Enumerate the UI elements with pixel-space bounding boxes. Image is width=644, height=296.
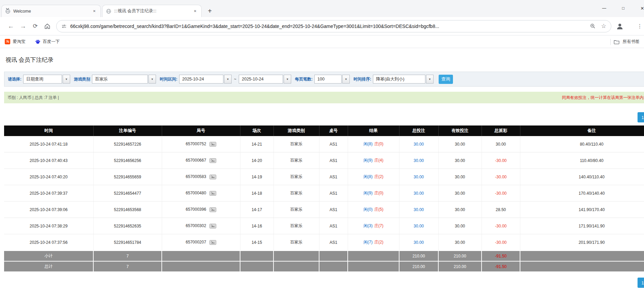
cell-total-bet: 30.00 xyxy=(399,136,438,152)
page-button-1[interactable]: 1 xyxy=(638,112,644,122)
tab-betting-records[interactable]: :::视讯 会员下注纪录::: ✕ xyxy=(102,5,202,17)
close-tab-icon[interactable]: ✕ xyxy=(192,9,198,14)
total-bet-link[interactable]: 30.00 xyxy=(413,224,424,228)
chevron-down-icon[interactable]: ▼ xyxy=(148,75,156,84)
query-mode-select[interactable]: 日期查询 ▼ xyxy=(23,75,70,84)
back-button[interactable]: ← xyxy=(5,20,17,32)
cell-time: 2025-10-24 07:40:20 xyxy=(4,169,93,185)
video-replay-icon[interactable] xyxy=(209,142,216,147)
site-settings-icon[interactable] xyxy=(61,24,67,29)
cell-result: 闲(3)庄(7) xyxy=(348,218,399,234)
total-bet-link[interactable]: 30.00 xyxy=(413,142,424,147)
cell-total-bet: 30.00 xyxy=(399,202,438,218)
cell-total-bet: 30.00 xyxy=(399,152,438,169)
banker-result: 庄(7) xyxy=(374,223,383,228)
banker-result: 庄(2) xyxy=(374,174,383,179)
chevron-down-icon[interactable]: ▼ xyxy=(342,75,350,84)
subtotal-row: 小计 7 210.00 210.00 -91.50 xyxy=(4,251,644,261)
new-tab-button[interactable]: + xyxy=(205,6,215,16)
browser-menu-icon[interactable]: ⋮ xyxy=(636,23,644,29)
header-table-no: 桌号 xyxy=(319,125,348,136)
close-button[interactable]: ✕ xyxy=(633,0,644,16)
url-text[interactable]: 66cxkj98.com/game/betrecord_search/kind3… xyxy=(70,24,586,29)
cell-game-type: 百家乐 xyxy=(273,152,319,169)
chevron-down-icon[interactable]: ▼ xyxy=(224,75,232,84)
game-type-value: 百家乐 xyxy=(92,75,148,84)
browser-window: { "browser": { "tabs": [ {"title": "Welc… xyxy=(0,0,644,296)
tab-welcome[interactable]: Welcome ✕ xyxy=(1,5,101,17)
video-replay-icon[interactable] xyxy=(209,175,216,179)
forward-button[interactable]: → xyxy=(17,20,29,32)
maximize-button[interactable]: □ xyxy=(614,0,633,16)
video-replay-icon[interactable] xyxy=(209,207,216,212)
cell-valid-bet: 30.00 xyxy=(438,136,482,152)
close-tab-icon[interactable]: ✕ xyxy=(92,9,97,14)
cell-valid-bet: 30.00 xyxy=(438,169,482,185)
cell-time: 2025-10-24 07:41:18 xyxy=(4,136,93,152)
browser-toolbar: ← → ⟳ 66cxkj98.com/game/betrecord_search… xyxy=(0,17,644,35)
tab-strip: Welcome ✕ :::视讯 会员下注纪录::: ✕ + — □ ✕ xyxy=(0,0,644,17)
total-bet-link[interactable]: 30.00 xyxy=(413,158,424,163)
date-start-select[interactable]: 2025-10-24 ▼ xyxy=(179,75,232,84)
video-replay-icon[interactable] xyxy=(209,158,216,163)
cell-round: 657000302 xyxy=(162,218,240,234)
table-row: 2025-10-24 07:40:20 522914655659 6570005… xyxy=(4,169,644,185)
player-result: 闲(7) xyxy=(363,240,373,245)
empty-cell xyxy=(162,261,240,271)
date-end-select[interactable]: 2025-10-24 ▼ xyxy=(239,75,291,84)
cell-total-bet: 30.00 xyxy=(399,218,438,234)
cell-result: 闲(7)庄(2) xyxy=(348,234,399,251)
refresh-button[interactable]: ⟳ xyxy=(29,20,42,32)
home-button[interactable] xyxy=(41,20,53,32)
cell-payout: -30.00 xyxy=(482,169,520,185)
round-number: 657000667 xyxy=(186,158,206,163)
bookmark-baidu[interactable]: 百度一下 xyxy=(35,39,60,45)
total-bet-link[interactable]: 30.00 xyxy=(413,191,424,196)
address-bar[interactable]: 66cxkj98.com/game/betrecord_search/kind3… xyxy=(56,20,611,32)
tab-search-button[interactable] xyxy=(3,5,12,13)
cell-remark: 201.90/171.90 xyxy=(520,234,644,251)
query-mode-value: 日期查询 xyxy=(23,75,62,84)
sort-order-select[interactable]: 降幂(由大到小) ▼ xyxy=(373,75,434,84)
currency-summary-text: 币别 : 人民币 | 总共 :7 注单 | xyxy=(7,95,59,101)
table-header-row: 时间 注单编号 局号 场次 游戏类别 桌号 结果 总投注 有效投注 总派彩 备注 xyxy=(4,125,644,136)
video-replay-icon[interactable] xyxy=(209,224,216,228)
empty-cell xyxy=(319,261,348,271)
header-valid-bet: 有效投注 xyxy=(438,125,482,136)
cell-table-no: AS1 xyxy=(319,202,348,218)
cell-valid-bet: 30.00 xyxy=(438,218,482,234)
cell-result: 闲(8)庄(0) xyxy=(348,136,399,152)
chevron-down-icon[interactable]: ▼ xyxy=(63,75,70,84)
total-bet-link[interactable]: 30.00 xyxy=(413,175,424,179)
video-replay-icon[interactable] xyxy=(209,191,216,196)
table-row: 2025-10-24 07:37:56 522914651784 6570002… xyxy=(4,234,644,251)
search-button[interactable]: 查询 xyxy=(439,75,453,84)
total-bet-link[interactable]: 30.00 xyxy=(413,240,424,245)
header-time: 时间 xyxy=(4,125,93,136)
cell-payout: -30.00 xyxy=(482,234,520,251)
bookmark-label: 爱淘宝 xyxy=(13,39,26,45)
minimize-button[interactable]: — xyxy=(595,0,614,16)
page-size-select[interactable]: 100 ▼ xyxy=(314,75,350,84)
page-button-1[interactable]: 1 xyxy=(638,278,644,288)
all-bookmarks[interactable]: 所有书签 xyxy=(610,35,640,48)
baidu-paw-icon xyxy=(35,39,41,44)
subtotal-payout: -91.50 xyxy=(482,251,520,261)
bookmark-star-icon[interactable]: ☆ xyxy=(601,23,606,30)
cell-payout: -30.00 xyxy=(482,218,520,234)
chevron-down-icon[interactable]: ▼ xyxy=(426,75,434,84)
chevron-down-icon[interactable]: ▼ xyxy=(284,75,291,84)
bookmark-aitaobao[interactable]: 淘 爱淘宝 xyxy=(5,39,26,45)
game-type-select[interactable]: 百家乐 ▼ xyxy=(92,75,156,84)
cell-remark: 80.40/110.40 xyxy=(520,136,644,152)
summary-bar: 币别 : 人民币 | 总共 :7 注单 | 同局有效投注，统一计算在该局第一张注… xyxy=(4,92,644,103)
cell-valid-bet: 30.00 xyxy=(438,185,482,202)
cell-round: 657000752 xyxy=(162,136,240,152)
cell-remark: 110.40/80.40 xyxy=(520,152,644,169)
profile-avatar-icon[interactable] xyxy=(615,21,625,31)
zoom-icon[interactable] xyxy=(590,23,596,29)
video-replay-icon[interactable] xyxy=(209,240,216,245)
bookmarks-bar: 淘 爱淘宝 百度一下 所有书签 xyxy=(0,35,644,48)
cell-session: 14-15 xyxy=(240,234,273,251)
total-bet-link[interactable]: 30.00 xyxy=(413,207,424,212)
